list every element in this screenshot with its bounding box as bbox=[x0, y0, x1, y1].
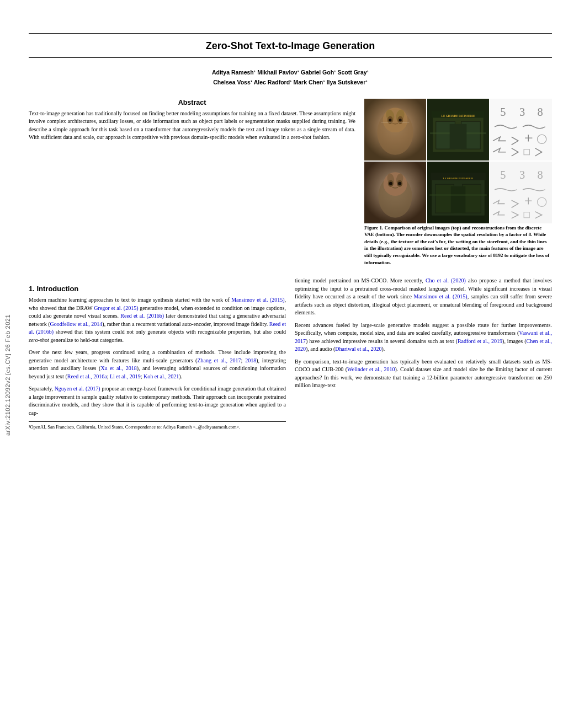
intro-para1: Modern machine learning approaches to te… bbox=[29, 296, 286, 344]
svg-point-34 bbox=[398, 181, 401, 185]
svg-point-33 bbox=[389, 181, 392, 185]
cite-cho20[interactable]: Cho et al. (2020) bbox=[426, 277, 466, 283]
cite-goodfellow[interactable]: Goodfellow et al., 2014 bbox=[50, 321, 103, 327]
right-para1: tioning model pretrained on MS-COCO. Mor… bbox=[295, 277, 552, 317]
cite-koh21[interactable]: Koh et al., 2021 bbox=[144, 373, 179, 379]
abstract-text: Text-to-image generation has traditional… bbox=[29, 110, 355, 142]
intro-section-title: 1. Introduction bbox=[29, 285, 286, 293]
svg-rect-44 bbox=[429, 194, 487, 196]
footnote-text: ¹OpenAI, San Francisco, California, Unit… bbox=[29, 424, 241, 430]
figure-top-row: LE GRANDE PATISSERIE bbox=[364, 99, 552, 160]
fig-patisserie-original: LE GRANDE PATISSERIE bbox=[427, 99, 489, 160]
cite-mansimov2[interactable]: Mansimov et al. (2015) bbox=[413, 293, 467, 299]
authors-block: Aditya Ramesh¹ Mikhail Pavlov¹ Gabriel G… bbox=[29, 68, 552, 88]
abstract-figure-row: Abstract Text-to-image generation has tr… bbox=[29, 99, 552, 271]
svg-text:8: 8 bbox=[538, 105, 543, 117]
cite-zhang17[interactable]: Zhang et al., 2017 bbox=[197, 357, 241, 363]
svg-point-8 bbox=[399, 119, 402, 121]
cite-gregor[interactable]: Gregor et al. (2015) bbox=[94, 305, 138, 311]
intro-right-col: tioning model pretrained on MS-COCO. Mor… bbox=[295, 277, 552, 431]
figure1-column: LE GRANDE PATISSERIE bbox=[364, 99, 552, 271]
cite-nguyen17[interactable]: Nguyen et al. (2017) bbox=[55, 386, 100, 392]
figure1-container: LE GRANDE PATISSERIE bbox=[364, 99, 552, 266]
intro-para2: Over the next few years, progress contin… bbox=[29, 349, 286, 381]
cite-dhariwal[interactable]: Dhariwal et al., 2020 bbox=[335, 346, 381, 352]
authors-line1: Aditya Ramesh¹ Mikhail Pavlov¹ Gabriel G… bbox=[29, 68, 552, 78]
svg-text:LE GRANDE PATISSERIE: LE GRANDE PATISSERIE bbox=[442, 114, 475, 117]
svg-text:5: 5 bbox=[500, 105, 506, 117]
cite-vaswani[interactable]: Vaswani et al., 2017 bbox=[295, 330, 552, 344]
svg-point-7 bbox=[389, 119, 391, 121]
svg-rect-43 bbox=[451, 186, 465, 213]
svg-point-28 bbox=[384, 172, 407, 196]
cite-radford19[interactable]: Radford et al., 2019 bbox=[458, 338, 502, 344]
svg-text:8: 8 bbox=[538, 168, 543, 180]
abstract-column: Abstract Text-to-image generation has tr… bbox=[29, 99, 355, 271]
arxiv-label: arXiv:2102.12092v2 [cs.CV] 26 Feb 2021 bbox=[4, 314, 11, 436]
fig-sketch-reconstructed: 5 3 8 bbox=[490, 162, 552, 223]
figure1-caption-bold: Figure 1. bbox=[364, 225, 383, 231]
right-para2: Recent advances fueled by large-scale ge… bbox=[295, 322, 552, 354]
main-content: Zero-Shot Text-to-Image Generation Adity… bbox=[18, 33, 563, 431]
figure-bottom-row: LE GRANDE PATISSERIE 5 bbox=[364, 162, 552, 223]
footnote: ¹OpenAI, San Francisco, California, Unit… bbox=[29, 421, 286, 431]
svg-text:3: 3 bbox=[519, 168, 525, 180]
abstract-title: Abstract bbox=[29, 99, 355, 106]
figure1-caption-text: Comparison of original images (top) and … bbox=[364, 225, 549, 265]
svg-rect-20 bbox=[450, 124, 467, 149]
top-rule bbox=[29, 33, 552, 34]
fig-patisserie-reconstructed: LE GRANDE PATISSERIE bbox=[427, 162, 489, 223]
authors-line2: Chelsea Voss¹ Alec Radford¹ Mark Chen¹ I… bbox=[29, 78, 552, 88]
svg-point-2 bbox=[383, 108, 408, 132]
paper-title: Zero-Shot Text-to-Image Generation bbox=[29, 40, 552, 52]
svg-text:5: 5 bbox=[500, 168, 506, 180]
svg-text:3: 3 bbox=[519, 105, 525, 117]
bottom-rule bbox=[29, 57, 552, 58]
right-para3: By comparison, text-to-image generation … bbox=[295, 358, 552, 390]
cite-reed2016b-1[interactable]: Reed et al. (2016b) bbox=[120, 313, 164, 319]
svg-text:LE GRANDE PATISSERIE: LE GRANDE PATISSERIE bbox=[443, 176, 474, 179]
cite-li19[interactable]: Li et al., 2019 bbox=[110, 373, 141, 379]
cite-welinder[interactable]: Welinder et al., 2010 bbox=[347, 366, 395, 372]
cite-zhang18[interactable]: 2018 bbox=[245, 357, 256, 363]
arxiv-sidebar: arXiv:2102.12092v2 [cs.CV] 26 Feb 2021 bbox=[0, 44, 15, 706]
cite-chen20[interactable]: Chen et al., 2020 bbox=[295, 338, 552, 352]
intro-left-col: 1. Introduction Modern machine learning … bbox=[29, 277, 286, 431]
figure1-caption: Figure 1. Comparison of original images … bbox=[364, 224, 552, 266]
fig-cat-original bbox=[364, 99, 426, 160]
intro-para3: Separately, Nguyen et al. (2017) propose… bbox=[29, 385, 286, 417]
intro-section: 1. Introduction Modern machine learning … bbox=[29, 277, 552, 431]
cite-xu18[interactable]: Xu et al., 2018 bbox=[100, 365, 136, 371]
cite-mansimov[interactable]: Mansimov et al. (2015) bbox=[231, 297, 284, 303]
cite-reed16a[interactable]: Reed et al., 2016a bbox=[67, 373, 107, 379]
fig-cat-reconstructed bbox=[364, 162, 426, 223]
fig-sketch-original: 5 3 8 bbox=[490, 99, 552, 160]
